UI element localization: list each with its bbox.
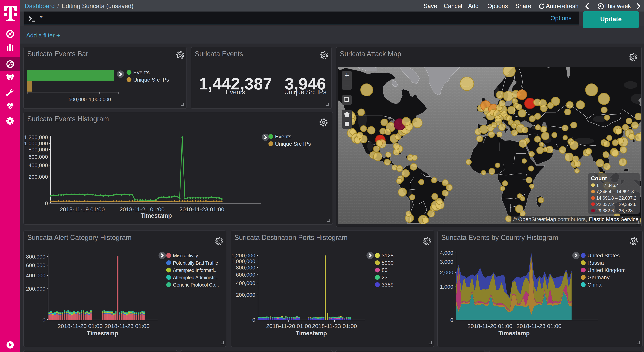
svg-text:200,000: 200,000 <box>26 286 46 292</box>
svg-text:400,000: 400,000 <box>236 280 255 286</box>
svg-text:800,000: 800,000 <box>28 147 48 152</box>
svg-text:600,000: 600,000 <box>236 272 255 278</box>
svg-text:Germany: Germany <box>588 274 610 280</box>
svg-text:3128: 3128 <box>382 253 394 259</box>
svg-text:2018-11-23 01:00: 2018-11-23 01:00 <box>105 323 150 329</box>
svg-text:80: 80 <box>382 267 388 273</box>
svg-text:Unique Src IPs: Unique Src IPs <box>275 141 311 147</box>
svg-text:800,000: 800,000 <box>236 265 255 271</box>
svg-text:1,000,000: 1,000,000 <box>89 97 111 102</box>
svg-text:23: 23 <box>382 274 388 280</box>
svg-text:Timestamp: Timestamp <box>296 330 327 337</box>
svg-text:Timestamp: Timestamp <box>498 330 530 337</box>
svg-text:200,000: 200,000 <box>236 292 255 298</box>
svg-text:800,000: 800,000 <box>26 254 46 260</box>
svg-text:Timestamp: Timestamp <box>87 330 118 337</box>
svg-text:Generic Protocol Co...: Generic Protocol Co... <box>173 282 219 287</box>
svg-text:2018-11-20 01:00: 2018-11-20 01:00 <box>266 323 311 329</box>
svg-text:1 – 7,346.4: 1 – 7,346.4 <box>596 183 619 188</box>
svg-text:4,000: 4,000 <box>440 250 453 256</box>
svg-text:3389: 3389 <box>382 282 394 288</box>
svg-text:2018-11-20 01:00: 2018-11-20 01:00 <box>468 323 512 329</box>
svg-text:United States: United States <box>588 253 620 259</box>
svg-text:2018-11-23 01:00: 2018-11-23 01:00 <box>312 323 357 329</box>
svg-text:Timestamp: Timestamp <box>140 212 172 219</box>
svg-text:Unique Src IPs: Unique Src IPs <box>284 88 326 96</box>
svg-text:2018-11-19 01:00: 2018-11-19 01:00 <box>60 206 105 213</box>
svg-text:Misc activity: Misc activity <box>173 253 198 258</box>
svg-text:2018-11-20 01:00: 2018-11-20 01:00 <box>58 323 103 329</box>
svg-text:Attempted Informati...: Attempted Informati... <box>173 268 218 273</box>
svg-text:600,000: 600,000 <box>28 154 48 160</box>
svg-text:2018-11-23 01:00: 2018-11-23 01:00 <box>180 206 224 213</box>
svg-text:0: 0 <box>252 317 255 323</box>
svg-text:22,037.2 – 29,382.6: 22,037.2 – 29,382.6 <box>596 202 636 207</box>
svg-text:400,000: 400,000 <box>28 162 48 168</box>
svg-text:200,000: 200,000 <box>28 174 48 180</box>
svg-text:14,691.8 – 22,037.2: 14,691.8 – 22,037.2 <box>596 196 636 201</box>
svg-text:0: 0 <box>45 200 48 206</box>
svg-text:Unique Src IPs: Unique Src IPs <box>133 77 169 83</box>
svg-text:7,346.4 – 14,691.8: 7,346.4 – 14,691.8 <box>596 189 634 194</box>
svg-text:1,000,000: 1,000,000 <box>24 140 48 146</box>
svg-text:2018-11-21 01:00: 2018-11-21 01:00 <box>120 206 165 213</box>
svg-text:2018-11-23 01:00: 2018-11-23 01:00 <box>516 323 562 329</box>
svg-text:400,000: 400,000 <box>26 273 46 278</box>
svg-text:600,000: 600,000 <box>26 262 46 268</box>
svg-text:29,382.6 – 36,728: 29,382.6 – 36,728 <box>596 208 632 213</box>
svg-text:1,200,000: 1,200,000 <box>24 134 48 140</box>
svg-text:Attempted Administr...: Attempted Administr... <box>173 275 218 280</box>
svg-text:United Kingdom: United Kingdom <box>588 267 626 273</box>
svg-text:Events: Events <box>133 70 150 75</box>
svg-text:0: 0 <box>450 317 453 323</box>
svg-text:2,000: 2,000 <box>440 269 453 275</box>
svg-text:Events: Events <box>275 134 292 139</box>
svg-text:Potentially Bad Traffic: Potentially Bad Traffic <box>173 260 218 266</box>
svg-text:1,000: 1,000 <box>440 284 453 290</box>
svg-text:Russia: Russia <box>588 260 604 266</box>
svg-text:3,000: 3,000 <box>440 259 453 265</box>
svg-text:China: China <box>588 282 602 288</box>
svg-text:1,000,000: 1,000,000 <box>231 258 255 264</box>
svg-text:5900: 5900 <box>382 260 394 266</box>
svg-text:500,000: 500,000 <box>68 97 87 102</box>
svg-text:1,200,000: 1,200,000 <box>231 253 255 259</box>
svg-text:Events: Events <box>226 88 245 96</box>
svg-text:0: 0 <box>42 317 46 323</box>
